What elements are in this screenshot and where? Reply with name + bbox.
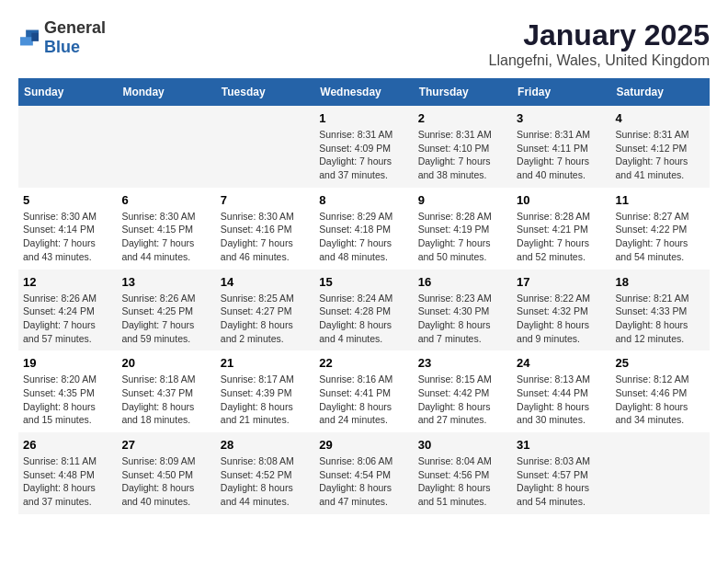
- calendar-cell: 30Sunrise: 8:04 AM Sunset: 4:56 PM Dayli…: [414, 432, 512, 514]
- day-info: Sunrise: 8:12 AM Sunset: 4:46 PM Dayligh…: [616, 373, 705, 427]
- day-number: 28: [221, 438, 310, 452]
- calendar-header: SundayMondayTuesdayWednesdayThursdayFrid…: [18, 78, 710, 106]
- calendar-cell: 25Sunrise: 8:12 AM Sunset: 4:46 PM Dayli…: [611, 350, 710, 432]
- day-number: 25: [616, 356, 705, 370]
- day-number: 22: [319, 356, 408, 370]
- day-info: Sunrise: 8:26 AM Sunset: 4:24 PM Dayligh…: [23, 292, 112, 346]
- calendar-cell: 6Sunrise: 8:30 AM Sunset: 4:15 PM Daylig…: [117, 188, 215, 270]
- logo-blue: Blue: [44, 38, 80, 56]
- day-info: Sunrise: 8:31 AM Sunset: 4:09 PM Dayligh…: [319, 128, 408, 182]
- week-row-3: 12Sunrise: 8:26 AM Sunset: 4:24 PM Dayli…: [18, 270, 710, 351]
- day-info: Sunrise: 8:28 AM Sunset: 4:19 PM Dayligh…: [418, 210, 507, 264]
- day-number: 12: [23, 275, 112, 289]
- weekday-monday: Monday: [117, 78, 215, 106]
- day-number: 18: [616, 275, 705, 289]
- day-number: 5: [23, 193, 112, 207]
- calendar-cell: [216, 106, 314, 188]
- logo-text: General Blue: [44, 18, 106, 57]
- calendar-cell: 4Sunrise: 8:31 AM Sunset: 4:12 PM Daylig…: [611, 106, 710, 188]
- day-info: Sunrise: 8:13 AM Sunset: 4:44 PM Dayligh…: [517, 373, 606, 427]
- day-number: 1: [319, 111, 408, 125]
- calendar-title: January 2025: [489, 18, 710, 52]
- calendar-cell: 19Sunrise: 8:20 AM Sunset: 4:35 PM Dayli…: [18, 350, 117, 432]
- day-info: Sunrise: 8:08 AM Sunset: 4:52 PM Dayligh…: [221, 454, 310, 509]
- calendar-cell: [18, 106, 117, 188]
- weekday-friday: Friday: [512, 78, 610, 106]
- day-number: 17: [517, 275, 606, 289]
- calendar-cell: 29Sunrise: 8:06 AM Sunset: 4:54 PM Dayli…: [314, 432, 413, 514]
- week-row-4: 19Sunrise: 8:20 AM Sunset: 4:35 PM Dayli…: [18, 350, 710, 432]
- calendar-table: SundayMondayTuesdayWednesdayThursdayFrid…: [18, 78, 710, 514]
- calendar-cell: 3Sunrise: 8:31 AM Sunset: 4:11 PM Daylig…: [512, 106, 610, 188]
- day-number: 30: [418, 438, 507, 452]
- svg-marker-1: [20, 37, 33, 45]
- day-info: Sunrise: 8:30 AM Sunset: 4:16 PM Dayligh…: [221, 210, 310, 264]
- day-number: 14: [221, 275, 310, 289]
- calendar-cell: 1Sunrise: 8:31 AM Sunset: 4:09 PM Daylig…: [314, 106, 413, 188]
- day-info: Sunrise: 8:26 AM Sunset: 4:25 PM Dayligh…: [121, 292, 210, 346]
- day-number: 20: [121, 356, 210, 370]
- day-info: Sunrise: 8:17 AM Sunset: 4:39 PM Dayligh…: [221, 373, 310, 427]
- day-info: Sunrise: 8:29 AM Sunset: 4:18 PM Dayligh…: [319, 210, 408, 264]
- calendar-cell: 20Sunrise: 8:18 AM Sunset: 4:37 PM Dayli…: [117, 350, 215, 432]
- calendar-cell: 17Sunrise: 8:22 AM Sunset: 4:32 PM Dayli…: [512, 270, 610, 351]
- logo-general: General: [44, 18, 106, 37]
- day-info: Sunrise: 8:31 AM Sunset: 4:10 PM Dayligh…: [418, 128, 507, 182]
- week-row-5: 26Sunrise: 8:11 AM Sunset: 4:48 PM Dayli…: [18, 432, 710, 514]
- calendar-cell: 22Sunrise: 8:16 AM Sunset: 4:41 PM Dayli…: [314, 350, 413, 432]
- calendar-cell: 8Sunrise: 8:29 AM Sunset: 4:18 PM Daylig…: [314, 188, 413, 270]
- day-info: Sunrise: 8:03 AM Sunset: 4:57 PM Dayligh…: [517, 454, 606, 509]
- day-number: 6: [121, 193, 210, 207]
- day-info: Sunrise: 8:31 AM Sunset: 4:11 PM Dayligh…: [517, 128, 606, 182]
- weekday-thursday: Thursday: [414, 78, 512, 106]
- day-info: Sunrise: 8:30 AM Sunset: 4:15 PM Dayligh…: [121, 210, 210, 264]
- calendar-cell: 12Sunrise: 8:26 AM Sunset: 4:24 PM Dayli…: [18, 270, 117, 351]
- day-number: 24: [517, 356, 606, 370]
- calendar-body: 1Sunrise: 8:31 AM Sunset: 4:09 PM Daylig…: [18, 106, 710, 514]
- day-number: 16: [418, 275, 507, 289]
- day-info: Sunrise: 8:18 AM Sunset: 4:37 PM Dayligh…: [121, 373, 210, 427]
- calendar-cell: 27Sunrise: 8:09 AM Sunset: 4:50 PM Dayli…: [117, 432, 215, 514]
- day-number: 26: [23, 438, 112, 452]
- logo-icon: [18, 29, 40, 47]
- day-number: 4: [616, 111, 705, 125]
- calendar-cell: 15Sunrise: 8:24 AM Sunset: 4:28 PM Dayli…: [314, 270, 413, 351]
- day-number: 21: [221, 356, 310, 370]
- day-info: Sunrise: 8:16 AM Sunset: 4:41 PM Dayligh…: [319, 373, 408, 427]
- calendar-cell: 13Sunrise: 8:26 AM Sunset: 4:25 PM Dayli…: [117, 270, 215, 351]
- day-number: 23: [418, 356, 507, 370]
- calendar-cell: 14Sunrise: 8:25 AM Sunset: 4:27 PM Dayli…: [216, 270, 314, 351]
- logo: General Blue: [18, 18, 106, 57]
- day-info: Sunrise: 8:24 AM Sunset: 4:28 PM Dayligh…: [319, 292, 408, 346]
- calendar-cell: 18Sunrise: 8:21 AM Sunset: 4:33 PM Dayli…: [611, 270, 710, 351]
- calendar-cell: 2Sunrise: 8:31 AM Sunset: 4:10 PM Daylig…: [414, 106, 512, 188]
- day-number: 7: [221, 193, 310, 207]
- day-info: Sunrise: 8:22 AM Sunset: 4:32 PM Dayligh…: [517, 292, 606, 346]
- calendar-cell: 16Sunrise: 8:23 AM Sunset: 4:30 PM Dayli…: [414, 270, 512, 351]
- calendar-cell: 5Sunrise: 8:30 AM Sunset: 4:14 PM Daylig…: [18, 188, 117, 270]
- weekday-header-row: SundayMondayTuesdayWednesdayThursdayFrid…: [18, 78, 710, 106]
- day-number: 10: [517, 193, 606, 207]
- day-number: 19: [23, 356, 112, 370]
- day-number: 2: [418, 111, 507, 125]
- day-info: Sunrise: 8:15 AM Sunset: 4:42 PM Dayligh…: [418, 373, 507, 427]
- day-number: 27: [121, 438, 210, 452]
- calendar-cell: [611, 432, 710, 514]
- day-info: Sunrise: 8:31 AM Sunset: 4:12 PM Dayligh…: [616, 128, 705, 182]
- weekday-sunday: Sunday: [18, 78, 117, 106]
- day-number: 13: [121, 275, 210, 289]
- calendar-cell: 9Sunrise: 8:28 AM Sunset: 4:19 PM Daylig…: [414, 188, 512, 270]
- weekday-wednesday: Wednesday: [314, 78, 413, 106]
- calendar-cell: 21Sunrise: 8:17 AM Sunset: 4:39 PM Dayli…: [216, 350, 314, 432]
- day-info: Sunrise: 8:27 AM Sunset: 4:22 PM Dayligh…: [616, 210, 705, 264]
- day-info: Sunrise: 8:11 AM Sunset: 4:48 PM Dayligh…: [23, 454, 112, 509]
- calendar-cell: 26Sunrise: 8:11 AM Sunset: 4:48 PM Dayli…: [18, 432, 117, 514]
- day-info: Sunrise: 8:04 AM Sunset: 4:56 PM Dayligh…: [418, 454, 507, 509]
- calendar-cell: 10Sunrise: 8:28 AM Sunset: 4:21 PM Dayli…: [512, 188, 610, 270]
- calendar-cell: 7Sunrise: 8:30 AM Sunset: 4:16 PM Daylig…: [216, 188, 314, 270]
- calendar-cell: 31Sunrise: 8:03 AM Sunset: 4:57 PM Dayli…: [512, 432, 610, 514]
- day-number: 8: [319, 193, 408, 207]
- svg-marker-2: [31, 33, 39, 41]
- day-info: Sunrise: 8:25 AM Sunset: 4:27 PM Dayligh…: [221, 292, 310, 346]
- day-info: Sunrise: 8:30 AM Sunset: 4:14 PM Dayligh…: [23, 210, 112, 264]
